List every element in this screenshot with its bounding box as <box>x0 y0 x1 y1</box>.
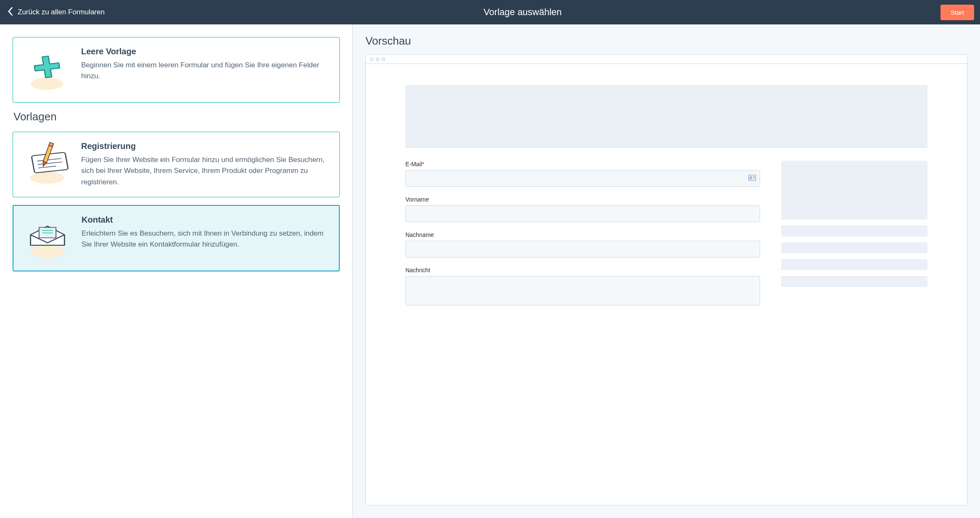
template-title: Leere Vorlage <box>81 47 328 56</box>
window-dot-icon <box>382 58 385 61</box>
plus-icon <box>24 47 70 93</box>
template-title: Registrierung <box>81 141 328 151</box>
svg-point-10 <box>31 245 65 258</box>
template-card-empty[interactable]: Leere Vorlage Beginnen Sie mit einem lee… <box>13 37 340 103</box>
field-label: Vorname <box>405 196 760 203</box>
window-dot-icon <box>376 58 379 61</box>
email-input[interactable] <box>405 170 760 187</box>
preview-pane: Vorschau E-Mail* <box>353 24 980 518</box>
preview-heading: Vorschau <box>365 35 967 48</box>
chevron-left-icon <box>8 7 13 18</box>
field-label: Nachricht <box>405 267 760 274</box>
template-list: Leere Vorlage Beginnen Sie mit einem lee… <box>0 24 353 518</box>
field-label: E-Mail* <box>405 161 760 167</box>
back-link[interactable]: Zurück zu allen Formularen <box>8 7 105 18</box>
template-card-registration[interactable]: Registrierung Fügen Sie Ihrer Website ei… <box>13 132 340 197</box>
required-asterisk: * <box>422 161 424 167</box>
templates-heading: Vorlagen <box>13 110 340 123</box>
message-input[interactable] <box>405 276 760 305</box>
svg-point-0 <box>31 77 63 90</box>
template-card-content: Kontakt Erleichtern Sie es Besuchern, si… <box>82 215 328 250</box>
template-card-content: Registrierung Fügen Sie Ihrer Website ei… <box>81 141 328 188</box>
template-title: Kontakt <box>82 215 328 225</box>
preview-form: E-Mail* Vorname <box>405 161 760 307</box>
window-dot-icon <box>370 58 373 61</box>
top-bar: Zurück zu allen Formularen Vorlage auswä… <box>0 0 980 24</box>
svg-rect-3 <box>32 152 69 173</box>
back-link-label: Zurück zu allen Formularen <box>18 8 105 16</box>
template-card-content: Leere Vorlage Beginnen Sie mit einem lee… <box>81 47 328 82</box>
firstname-input[interactable] <box>405 205 760 222</box>
template-desc: Beginnen Sie mit einem leeren Formular u… <box>81 60 328 82</box>
envelope-icon <box>24 215 71 261</box>
field-firstname: Vorname <box>405 196 760 222</box>
preview-body: E-Mail* Vorname <box>366 64 967 505</box>
field-lastname: Nachname <box>405 231 760 258</box>
field-message: Nachricht <box>405 267 760 307</box>
preview-columns: E-Mail* Vorname <box>405 161 927 307</box>
preview-sidebar-skeleton <box>781 161 927 307</box>
lastname-input[interactable] <box>405 241 760 258</box>
main: Leere Vorlage Beginnen Sie mit einem lee… <box>0 24 980 518</box>
fake-browser-bar <box>366 55 967 64</box>
skeleton-block <box>781 161 927 220</box>
skeleton-line <box>781 259 927 270</box>
skeleton-line <box>781 276 927 287</box>
clipboard-pen-icon <box>24 141 70 188</box>
skeleton-line <box>781 226 927 236</box>
svg-marker-1 <box>33 55 61 79</box>
svg-point-2 <box>30 172 64 184</box>
skeleton-line <box>781 242 927 253</box>
template-card-contact[interactable]: Kontakt Erleichtern Sie es Besuchern, si… <box>13 205 340 271</box>
template-desc: Fügen Sie Ihrer Website ein Formular hin… <box>81 154 328 188</box>
preview-frame: E-Mail* Vorname <box>365 54 967 505</box>
field-email: E-Mail* <box>405 161 760 187</box>
svg-point-16 <box>750 177 752 178</box>
page-title: Vorlage auswählen <box>483 7 562 18</box>
template-desc: Erleichtern Sie es Besuchern, sich mit I… <box>82 228 328 250</box>
contact-card-icon <box>748 175 756 182</box>
field-label: Nachname <box>405 231 760 238</box>
skeleton-hero <box>405 85 927 148</box>
start-button[interactable]: Start <box>940 5 974 20</box>
field-label-text: E-Mail <box>405 161 422 167</box>
